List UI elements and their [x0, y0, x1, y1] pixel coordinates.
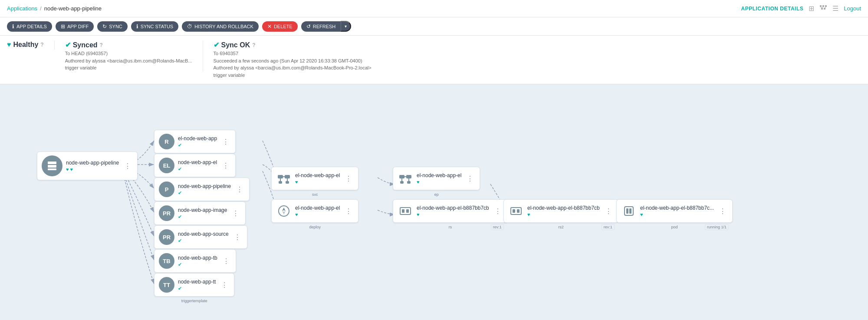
- diff-icon: ⊞: [61, 23, 65, 30]
- route-icon: R: [159, 134, 174, 149]
- refresh-icon: ↺: [306, 23, 311, 30]
- pr2-menu[interactable]: ⋮: [232, 232, 243, 242]
- pipeline-root-check: ♥: [70, 167, 73, 172]
- top-nav-right: APPLICATION DETAILS ⊞ ☰ Logout: [741, 4, 861, 13]
- eventlistener-node[interactable]: EL node-web-app-el ✔ ⋮ eventlistener: [154, 154, 236, 177]
- synced-help-icon[interactable]: ?: [100, 42, 103, 48]
- app-details-link[interactable]: APPLICATION DETAILS: [741, 6, 804, 12]
- svg-line-5: [821, 7, 822, 8]
- tb-name: node-web-app-tb: [178, 255, 217, 261]
- tt-menu[interactable]: ⋮: [219, 280, 230, 290]
- deploy-status: ♥: [295, 212, 340, 217]
- el-check: ✔: [178, 166, 182, 172]
- deploy-node[interactable]: el-node-web-app-el ♥ ⋮ deploy: [271, 199, 358, 223]
- rs-node[interactable]: el-node-web-app-el-b887bb7cb ♥ ⋮ rev:1 r…: [393, 199, 508, 223]
- breadcrumb-separator: /: [40, 5, 42, 12]
- rs-menu[interactable]: ⋮: [493, 206, 503, 216]
- deploy-menu[interactable]: ⋮: [343, 206, 354, 216]
- healthy-help-icon[interactable]: ?: [40, 42, 43, 48]
- svc-menu[interactable]: ⋮: [343, 174, 354, 184]
- rs2-node[interactable]: el-node-web-app-el-b887bb7cb ♥ ⋮ rev:1 r…: [503, 199, 618, 223]
- pipeline-root-heart: ♥: [66, 167, 69, 172]
- rs-rev-badge: rev:1: [491, 224, 504, 230]
- history-rollback-button[interactable]: ⏱ HISTORY AND ROLLBACK: [182, 21, 259, 32]
- svg-rect-35: [629, 208, 631, 214]
- breadcrumb-current: node-web-app-pipeline: [44, 5, 102, 12]
- rs2-menu[interactable]: ⋮: [603, 206, 614, 216]
- ep-node[interactable]: el-node-web-app-el ♥ ⋮ ep: [393, 167, 480, 190]
- sync-button[interactable]: ↻ SYNC: [97, 21, 128, 32]
- el-icon: EL: [159, 158, 174, 173]
- tb-menu[interactable]: ⋮: [221, 256, 231, 266]
- pod-node[interactable]: el-node-web-app-el-b887bb7c... ♥ ⋮ runni…: [616, 199, 733, 223]
- sync-status-button[interactable]: ℹ SYNC STATUS: [131, 21, 178, 32]
- tt-node[interactable]: TT node-web-app-tt ✔ ⋮ triggertemplate: [154, 273, 234, 297]
- svg-line-7: [825, 7, 826, 8]
- delete-button[interactable]: ✕ DELETE: [262, 21, 298, 32]
- tt-name: node-web-app-tt: [178, 279, 216, 285]
- app-details-button[interactable]: ℹ APP DETAILS: [7, 21, 52, 32]
- pr2-name: node-web-app-source: [178, 231, 229, 237]
- ep-status: ♥: [417, 179, 461, 185]
- svc-type-label: svc: [312, 192, 318, 197]
- route-menu[interactable]: ⋮: [220, 137, 231, 147]
- svg-rect-3: [821, 8, 823, 10]
- p-status: ✔: [178, 190, 231, 196]
- logout-button[interactable]: Logout: [844, 5, 861, 12]
- svg-rect-25: [407, 181, 411, 184]
- toolbar: ℹ APP DETAILS ⊞ APP DIFF ↻ SYNC ℹ SYNC S…: [0, 17, 868, 36]
- breadcrumb-applications[interactable]: Applications: [7, 5, 37, 12]
- pr2-status: ✔: [178, 238, 229, 244]
- pr1-menu[interactable]: ⋮: [230, 208, 241, 218]
- ep-name: el-node-web-app-el: [417, 172, 461, 178]
- p-menu[interactable]: ⋮: [234, 185, 245, 195]
- svg-rect-18: [286, 181, 289, 184]
- app-diff-button[interactable]: ⊞ APP DIFF: [56, 21, 94, 32]
- healthy-title: ♥ Healthy ?: [7, 41, 44, 49]
- route-node[interactable]: R el-node-web-app ✔ ⋮ route: [154, 130, 236, 153]
- svg-rect-32: [517, 209, 519, 213]
- sync-ok-check-icon: ✔: [214, 41, 219, 49]
- list-view-icon[interactable]: ☰: [832, 4, 838, 13]
- tb-node[interactable]: TB node-web-app-tb ✔ ⋮ triggerbinding: [154, 249, 236, 273]
- tt-status: ✔: [178, 286, 216, 291]
- pr1-check: ✔: [178, 214, 182, 220]
- rs-type-label: rs: [449, 225, 452, 229]
- deploy-icon: [276, 203, 292, 219]
- sync-ok-help-icon[interactable]: ?: [252, 42, 255, 48]
- tt-check: ✔: [178, 286, 182, 291]
- filter-icon[interactable]: ⊞: [809, 4, 814, 13]
- synced-details: To HEAD (6940357) Authored by alyssa <ba…: [65, 50, 192, 72]
- tb-status: ✔: [178, 262, 217, 267]
- svg-rect-24: [400, 181, 404, 184]
- pipeline-root-node[interactable]: node-web-app-pipeline ♥ ♥ ⋮: [37, 152, 138, 180]
- pr1-node[interactable]: PR node-web-app-image ✔ ⋮ pipelineresour…: [154, 201, 246, 225]
- svg-point-26: [279, 206, 289, 216]
- canvas-inner: node-web-app-pipeline ♥ ♥ ⋮ R el-node-we…: [0, 84, 868, 320]
- svg-rect-20: [406, 175, 411, 178]
- pr2-check: ✔: [178, 238, 182, 244]
- top-nav: Applications / node-web-app-pipeline APP…: [0, 0, 868, 17]
- svg-rect-1: [822, 5, 824, 7]
- el-name: node-web-app-el: [178, 159, 217, 165]
- refresh-dropdown-button[interactable]: ▾: [341, 21, 351, 32]
- pipeline-node[interactable]: P node-web-app-pipeline ✔ ⋮ pipeline: [154, 178, 250, 201]
- refresh-button[interactable]: ↺ REFRESH: [301, 21, 341, 32]
- heart-icon: ♥: [7, 41, 11, 49]
- p-name: node-web-app-pipeline: [178, 183, 231, 189]
- svg-rect-17: [279, 181, 282, 184]
- pr2-node[interactable]: PR node-web-app-source ✔ ⋮ pipelineresou…: [154, 225, 247, 249]
- application-canvas[interactable]: node-web-app-pipeline ♥ ♥ ⋮ R el-node-we…: [0, 84, 868, 320]
- pod-status: ♥: [640, 212, 714, 217]
- deploy-name: el-node-web-app-el: [295, 205, 340, 211]
- pipeline-root-menu[interactable]: ⋮: [122, 161, 133, 171]
- network-view-icon[interactable]: [819, 5, 827, 13]
- pipeline-root-name: node-web-app-pipeline: [66, 160, 119, 166]
- pr1-icon: PR: [159, 205, 174, 221]
- svc-node[interactable]: el-node-web-app-el ♥ ⋮ svc: [271, 167, 358, 190]
- breadcrumb: Applications / node-web-app-pipeline: [7, 5, 102, 12]
- pod-menu[interactable]: ⋮: [717, 206, 728, 216]
- ep-menu[interactable]: ⋮: [465, 174, 475, 184]
- sync-ok-section: ✔ Sync OK ? To 6940357 Succeeded a few s…: [214, 41, 382, 79]
- el-menu[interactable]: ⋮: [220, 161, 231, 171]
